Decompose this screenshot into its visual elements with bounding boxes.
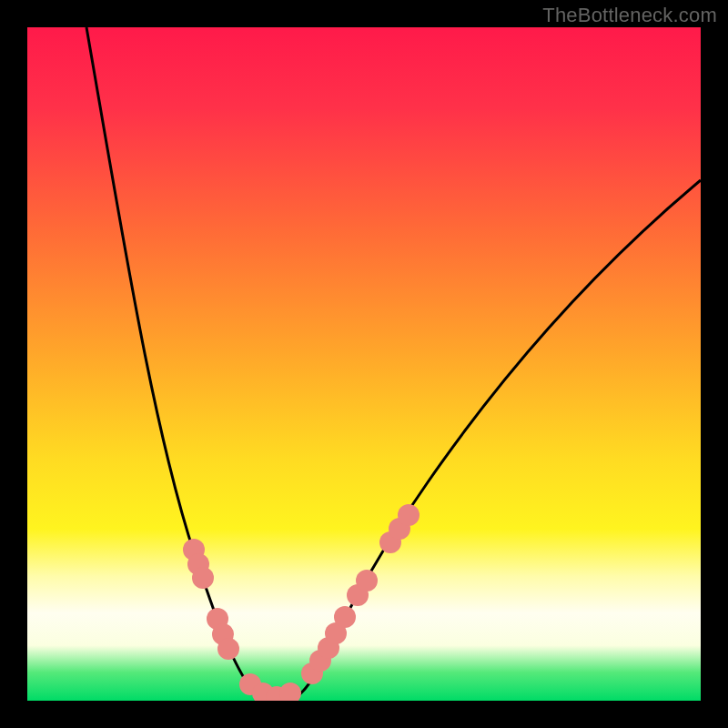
bead-marker xyxy=(398,504,420,526)
bead-marker xyxy=(192,567,214,589)
bead-marker xyxy=(334,606,356,628)
chart-stage: TheBottleneck.com xyxy=(0,0,728,728)
bottleneck-chart xyxy=(0,0,728,728)
watermark-text: TheBottleneck.com xyxy=(542,4,717,27)
bead-marker xyxy=(356,570,378,592)
bead-marker xyxy=(217,638,239,660)
